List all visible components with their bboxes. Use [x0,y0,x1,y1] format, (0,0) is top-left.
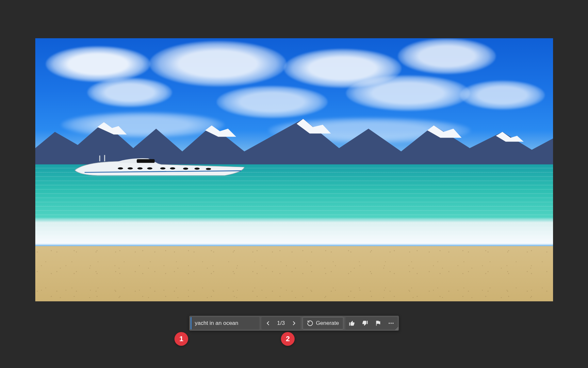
cloud-decoration [149,41,286,87]
flag-button[interactable] [371,317,384,329]
svg-rect-0 [137,159,155,163]
next-variation-button[interactable] [287,317,301,329]
prev-variation-button[interactable] [261,317,274,329]
variation-counter: 1/3 [274,317,287,329]
svg-point-4 [147,167,152,169]
annotation-badge-2: 2 [281,332,295,346]
thumbs-up-button[interactable] [345,317,358,329]
refresh-icon [307,320,313,326]
chevron-right-icon [291,320,297,326]
generated-image [35,38,553,301]
generate-group: Generate [302,317,343,329]
sand-decoration [35,246,553,301]
svg-point-6 [170,167,175,169]
svg-point-7 [183,168,188,170]
svg-point-13 [390,323,391,324]
svg-point-14 [392,323,393,324]
cloud-decoration [346,75,470,111]
svg-point-5 [160,167,165,169]
yacht-decoration [72,154,248,180]
resize-handle[interactable] [395,327,398,330]
thumbs-down-icon [362,320,368,326]
svg-point-2 [128,167,133,169]
generation-toolbar: 1/3 Generate [189,316,399,331]
prompt-field-wrap [190,317,259,329]
svg-rect-10 [99,156,100,161]
thumbs-up-icon [349,320,355,326]
cloud-decoration [46,46,150,82]
chevron-left-icon [265,320,271,326]
svg-point-8 [194,168,200,170]
svg-point-3 [138,167,143,169]
cloud-decoration [398,38,496,74]
svg-rect-11 [104,155,105,161]
prompt-input[interactable] [191,317,257,329]
thumbs-down-button[interactable] [358,317,371,329]
svg-point-1 [118,167,123,169]
generated-image-canvas [35,38,553,301]
more-icon [388,320,394,326]
cloud-decoration [87,78,172,107]
svg-point-9 [206,168,211,170]
annotation-badge-1: 1 [174,332,188,346]
pager-group: 1/3 [261,317,301,329]
flag-icon [375,320,381,326]
svg-point-12 [388,323,389,324]
generate-button-label: Generate [316,320,339,326]
generate-button[interactable]: Generate [302,317,343,329]
feedback-group [345,317,398,329]
cloud-decoration [460,80,545,110]
